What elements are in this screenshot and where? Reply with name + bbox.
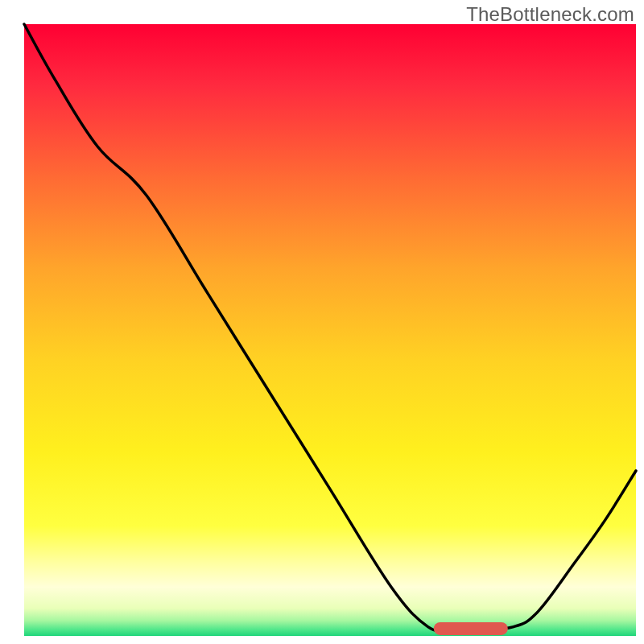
chart-svg: [0, 0, 644, 644]
bottleneck-chart: TheBottleneck.com: [0, 0, 644, 644]
gradient-background: [24, 24, 636, 636]
watermark-label: TheBottleneck.com: [466, 3, 634, 26]
